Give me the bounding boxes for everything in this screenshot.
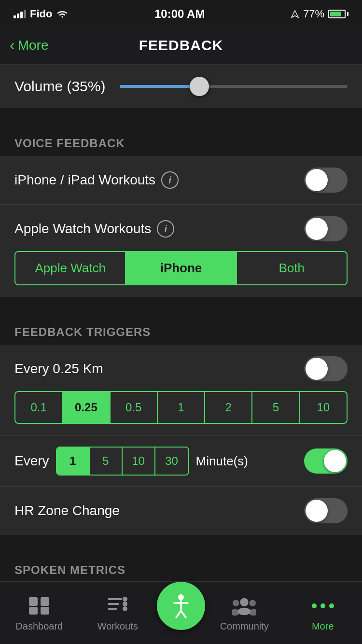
back-button[interactable]: ‹ More (10, 36, 48, 54)
hr-zone-row: HR Zone Change (0, 487, 362, 535)
status-carrier: Fido (14, 8, 69, 20)
km-option-0.25[interactable]: 0.25 (63, 392, 110, 423)
apple-watch-info-icon[interactable]: i (157, 220, 174, 238)
km-options: 0.1 0.25 0.5 1 2 5 10 (14, 391, 348, 424)
svg-point-27 (329, 603, 334, 608)
svg-rect-4 (29, 597, 38, 606)
svg-point-13 (123, 606, 127, 611)
status-time: 10:00 AM (154, 7, 205, 21)
section-gap-3 (0, 536, 362, 550)
svg-point-11 (123, 597, 127, 602)
fab-button[interactable] (157, 582, 205, 630)
svg-rect-7 (41, 607, 49, 615)
spoken-metrics-title: SPOKEN METRICS (14, 563, 125, 576)
segment-apple-watch[interactable]: Apple Watch (15, 252, 126, 284)
svg-rect-10 (108, 608, 117, 610)
svg-point-21 (233, 600, 239, 606)
voice-feedback-title: VOICE FEEDBACK (14, 137, 125, 150)
minute-suffix: Minute(s) (196, 454, 297, 469)
voice-feedback-block: iPhone / iPad Workouts i Apple Watch Wor… (0, 156, 362, 297)
svg-rect-2 (20, 12, 23, 18)
tab-more[interactable]: More (284, 594, 362, 632)
segment-both[interactable]: Both (237, 252, 347, 284)
apple-watch-label: Apple Watch Workouts i (14, 220, 174, 238)
segment-iphone[interactable]: iPhone (126, 252, 237, 284)
km-option-0.1[interactable]: 0.1 (15, 392, 63, 423)
minute-options: 1 5 10 30 (56, 447, 189, 476)
hr-zone-label: HR Zone Change (14, 503, 120, 518)
iphone-info-icon[interactable]: i (161, 171, 179, 189)
volume-slider[interactable] (120, 85, 348, 88)
km-option-0.5[interactable]: 0.5 (111, 392, 158, 423)
toggle-thumb-5 (306, 500, 328, 522)
km-option-5[interactable]: 5 (252, 392, 300, 423)
svg-point-19 (240, 598, 249, 606)
workouts-icon (106, 594, 130, 618)
minute-toggle[interactable] (304, 448, 348, 474)
signal-icon (14, 10, 26, 18)
minute-option-30[interactable]: 30 (155, 448, 188, 475)
dashboard-icon (27, 594, 51, 618)
slider-thumb[interactable] (190, 77, 209, 96)
apple-watch-toggle[interactable] (304, 216, 348, 241)
hr-zone-toggle[interactable] (304, 498, 348, 523)
back-label: More (18, 38, 49, 53)
more-icon (311, 594, 335, 618)
iphone-ipad-toggle[interactable] (304, 168, 348, 193)
km-option-1[interactable]: 1 (158, 392, 205, 423)
slider-fill (120, 85, 199, 88)
feedback-triggers-block: Every 0.25 Km 0.1 0.25 0.5 1 2 5 10 (0, 345, 362, 535)
iphone-ipad-workouts-row: iPhone / iPad Workouts i (0, 156, 362, 205)
voice-feedback-header: VOICE FEEDBACK (0, 124, 362, 156)
workouts-svg (107, 596, 129, 616)
spoken-metrics-header: SPOKEN METRICS (0, 550, 362, 583)
tab-community[interactable]: Community (205, 594, 284, 632)
location-icon (291, 10, 299, 18)
km-label: Every 0.25 Km (14, 361, 103, 377)
wifi-icon (56, 9, 69, 19)
tab-bar: Dashboard Workouts (0, 581, 362, 644)
dashboard-svg (28, 596, 50, 616)
workouts-label: Workouts (97, 621, 138, 632)
svg-rect-0 (14, 15, 16, 18)
minute-option-10[interactable]: 10 (123, 448, 155, 475)
device-segment-container: Apple Watch iPhone Both (14, 251, 348, 297)
section-gap-1 (0, 109, 362, 124)
apple-watch-workouts-row: Apple Watch Workouts i Apple Watch iPhon… (0, 205, 362, 297)
feedback-triggers-header: FEEDBACK TRIGGERS (0, 312, 362, 345)
km-option-10[interactable]: 10 (300, 392, 347, 423)
slider-track (120, 85, 348, 88)
tab-workouts[interactable]: Workouts (79, 594, 157, 632)
km-toggle[interactable] (304, 356, 348, 381)
device-segment: Apple Watch iPhone Both (14, 251, 348, 285)
page-title: FEEDBACK (139, 37, 223, 54)
km-selector: 0.1 0.25 0.5 1 2 5 10 (14, 391, 348, 435)
svg-point-26 (320, 603, 325, 608)
accessibility-icon (167, 592, 195, 619)
nav-bar: ‹ More FEEDBACK (0, 26, 362, 65)
content-area: Volume (35%) VOICE FEEDBACK iPhone / iPa… (0, 65, 362, 644)
svg-line-18 (181, 611, 186, 617)
svg-rect-6 (29, 607, 38, 615)
more-label: More (312, 621, 334, 632)
section-gap-2 (0, 298, 362, 312)
more-svg (311, 602, 335, 609)
minute-option-5[interactable]: 5 (90, 448, 123, 475)
toggle-thumb (306, 169, 328, 191)
svg-rect-3 (24, 10, 26, 18)
status-right: 77% (291, 8, 348, 20)
minute-option-1[interactable]: 1 (57, 448, 90, 475)
toggle-thumb-2 (306, 218, 328, 240)
km-option-2[interactable]: 2 (205, 392, 252, 423)
carrier-name: Fido (30, 8, 52, 20)
iphone-ipad-label: iPhone / iPad Workouts i (14, 171, 179, 189)
svg-rect-1 (17, 14, 19, 18)
chevron-left-icon: ‹ (10, 36, 15, 54)
tab-dashboard[interactable]: Dashboard (0, 594, 79, 632)
svg-point-25 (312, 603, 317, 608)
volume-label: Volume (35%) (14, 78, 105, 95)
toggle-thumb-4 (324, 450, 346, 472)
svg-point-14 (178, 594, 184, 600)
community-label: Community (220, 621, 269, 632)
battery-percent: 77% (303, 8, 324, 20)
